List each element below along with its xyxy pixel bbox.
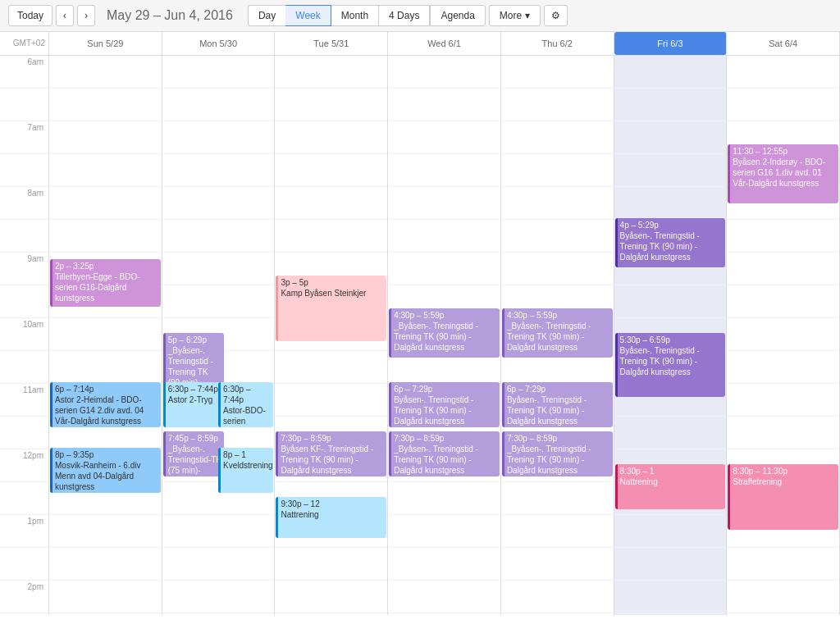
today-button[interactable]: Today bbox=[8, 5, 52, 26]
view-week-button[interactable]: Week bbox=[285, 5, 331, 26]
more-label: More ▾ bbox=[500, 10, 530, 21]
fri-slot-32 bbox=[614, 89, 727, 121]
sat-slot-23 bbox=[727, 384, 839, 417]
thu-slot-19 bbox=[501, 515, 614, 548]
sun-slot-28 bbox=[49, 220, 162, 253]
day-header-mon[interactable]: Mon 5/30 bbox=[162, 32, 276, 55]
event-sat-1[interactable]: 11:30 – 12:55pByåsen 2-Inderøy - BDO-ser… bbox=[728, 144, 838, 203]
thu-slot-31 bbox=[501, 121, 614, 154]
day-header-fri[interactable]: Fri 6/3 bbox=[614, 32, 728, 55]
sat-slot-16 bbox=[727, 613, 839, 615]
event-mon-2[interactable]: 6:30p – 7:44pAstor 2-Tryg bbox=[163, 382, 224, 427]
day-col-mon: 5p – 6:29p_Byåsen-. Treningstid - Trenin… bbox=[162, 56, 276, 615]
sun-slot-24 bbox=[49, 351, 162, 384]
event-tue-2[interactable]: 7:30p – 8:59pByåsen KF-. Treningstid - T… bbox=[276, 431, 386, 476]
app-container: Today ‹ › May 29 – Jun 4, 2016 Day Week … bbox=[0, 0, 840, 615]
more-button[interactable]: More ▾ bbox=[489, 5, 541, 26]
sun-slot-16 bbox=[49, 613, 162, 615]
time-9am: 9am bbox=[0, 253, 48, 285]
time-6am-half bbox=[0, 89, 48, 121]
wed-slot-17 bbox=[388, 581, 500, 613]
day-header-tue[interactable]: Tue 5/31 bbox=[275, 32, 388, 55]
next-button[interactable]: › bbox=[77, 5, 95, 26]
mon-slot-16 bbox=[162, 613, 275, 615]
event-wed-1[interactable]: 4:30p – 5:59p_Byåsen-. Treningstid - Tre… bbox=[389, 308, 500, 358]
mon-slot-32 bbox=[162, 89, 275, 121]
toolbar: Today ‹ › May 29 – Jun 4, 2016 Day Week … bbox=[0, 0, 840, 32]
sun-slot-25 bbox=[49, 318, 162, 351]
mon-slot-29 bbox=[162, 187, 275, 220]
view-day-button[interactable]: Day bbox=[248, 5, 285, 26]
sat-slot-26 bbox=[727, 285, 839, 318]
sat-slot-17 bbox=[727, 581, 839, 613]
day-col-wed: 4:30p – 5:59p_Byåsen-. Treningstid - Tre… bbox=[388, 56, 501, 615]
event-sun-3[interactable]: 8p – 9:35pMosvik-Ranheim - 6.div Menn av… bbox=[50, 448, 161, 493]
day-header-thu[interactable]: Thu 6/2 bbox=[501, 32, 614, 55]
thu-slot-28 bbox=[501, 220, 614, 253]
fri-slot-16 bbox=[614, 613, 727, 615]
tue-slot-23 bbox=[275, 384, 387, 417]
time-9am-half bbox=[0, 285, 48, 318]
tue-slot-29 bbox=[275, 187, 387, 220]
fri-slot-19 bbox=[614, 515, 727, 548]
mon-slot-17 bbox=[162, 581, 275, 613]
settings-button[interactable]: ⚙ bbox=[544, 5, 568, 26]
event-mon-5[interactable]: 8p – 1Kveldstrening bbox=[218, 448, 273, 493]
wed-slot-16 bbox=[388, 613, 500, 615]
event-wed-3[interactable]: 7:30p – 8:59p_Byåsen-. Treningstid - Tre… bbox=[389, 431, 500, 476]
event-mon-3a[interactable]: 6:30p – 7:44pAstor-BDO-serien 1.div.avd.… bbox=[218, 382, 273, 427]
day-col-tue: 3p – 5pKamp Byåsen Steinkjer 7:30p – 8:5… bbox=[275, 56, 388, 615]
mon-slot-30 bbox=[162, 154, 275, 187]
day-col-fri: 4p – 5:29pByåsen-. Treningstid - Trening… bbox=[614, 56, 728, 615]
time-8am-half bbox=[0, 220, 48, 253]
view-agenda-button[interactable]: Agenda bbox=[430, 5, 485, 26]
time-11am: 11am bbox=[0, 384, 48, 417]
sun-slot-33 bbox=[49, 56, 162, 89]
day-header-sun[interactable]: Sun 5/29 bbox=[49, 32, 162, 55]
event-mon-4[interactable]: 7:45p – 8:59p_Byåsen-. Treningstid-TK (7… bbox=[163, 431, 224, 476]
mon-slot-19 bbox=[162, 515, 275, 548]
day-col-sun: 2p – 3:25pTillerbyen-Egge - BDO-serien G… bbox=[49, 56, 162, 615]
mon-slot-26 bbox=[162, 285, 275, 318]
event-thu-3[interactable]: 7:30p – 8:59p_Byåsen-. Treningstid - Tre… bbox=[502, 431, 613, 476]
event-thu-2[interactable]: 6p – 7:29pByåsen-. Treningstid - Trening… bbox=[502, 382, 613, 427]
toolbar-left: Today ‹ › May 29 – Jun 4, 2016 bbox=[8, 5, 241, 26]
event-fri-3[interactable]: 8:30p – 1Nattrening bbox=[615, 464, 726, 509]
sat-slot-32 bbox=[727, 89, 839, 121]
event-fri-2[interactable]: 5:30p – 6:59pByåsen-. Treningstid - Tren… bbox=[615, 333, 726, 397]
event-thu-1[interactable]: 4:30p – 5:59p_Byåsen-. Treningstid - Tre… bbox=[502, 308, 613, 358]
tue-slot-28 bbox=[275, 220, 387, 253]
tue-slot-31 bbox=[275, 121, 387, 154]
thu-slot-17 bbox=[501, 581, 614, 613]
sat-slot-24 bbox=[727, 351, 839, 384]
event-tue-1[interactable]: 3p – 5pKamp Byåsen Steinkjer bbox=[276, 276, 386, 341]
tue-slot-18 bbox=[275, 548, 387, 581]
time-1pm-half bbox=[0, 548, 48, 581]
sat-slot-18 bbox=[727, 548, 839, 581]
calendar-body: 6am 7am 8am 9am 10am 11am 12pm 1pm 2pm 3… bbox=[0, 56, 840, 615]
time-12pm: 12pm bbox=[0, 449, 48, 482]
toolbar-right: Day Week Month 4 Days Agenda More ▾ ⚙ bbox=[248, 5, 568, 26]
time-11am-half bbox=[0, 417, 48, 449]
wed-slot-28 bbox=[388, 220, 500, 253]
day-header-wed[interactable]: Wed 6/1 bbox=[388, 32, 501, 55]
time-10am: 10am bbox=[0, 318, 48, 351]
event-sun-1[interactable]: 2p – 3:25pTillerbyen-Egge - BDO-serien G… bbox=[50, 259, 161, 307]
event-sun-2[interactable]: 6p – 7:14pAstor 2-Heimdal - BDO-serien G… bbox=[50, 382, 161, 427]
day-header-sat[interactable]: Sat 6/4 bbox=[727, 32, 840, 55]
prev-button[interactable]: ‹ bbox=[56, 5, 74, 26]
event-tue-3[interactable]: 9:30p – 12Nattrening bbox=[276, 497, 386, 538]
wed-slot-27 bbox=[388, 253, 500, 285]
day-col-sat: 11:30 – 12:55pByåsen 2-Inderøy - BDO-ser… bbox=[727, 56, 840, 615]
view-4days-button[interactable]: 4 Days bbox=[379, 5, 430, 26]
time-8am: 8am bbox=[0, 187, 48, 220]
event-sat-2[interactable]: 8:30p – 11:30pStraffetrening bbox=[728, 464, 838, 530]
time-7am: 7am bbox=[0, 121, 48, 154]
event-fri-1[interactable]: 4p – 5:29pByåsen-. Treningstid - Trening… bbox=[615, 218, 726, 267]
calendar-header: GMT+02 Sun 5/29 Mon 5/30 Tue 5/31 Wed 6/… bbox=[0, 32, 840, 56]
view-month-button[interactable]: Month bbox=[331, 5, 379, 26]
event-wed-2[interactable]: 6p – 7:29pByåsen-. Treningstid - Trening… bbox=[389, 382, 500, 427]
sun-slot-30 bbox=[49, 154, 162, 187]
wed-slot-32 bbox=[388, 89, 500, 121]
fri-slot-17 bbox=[614, 581, 727, 613]
